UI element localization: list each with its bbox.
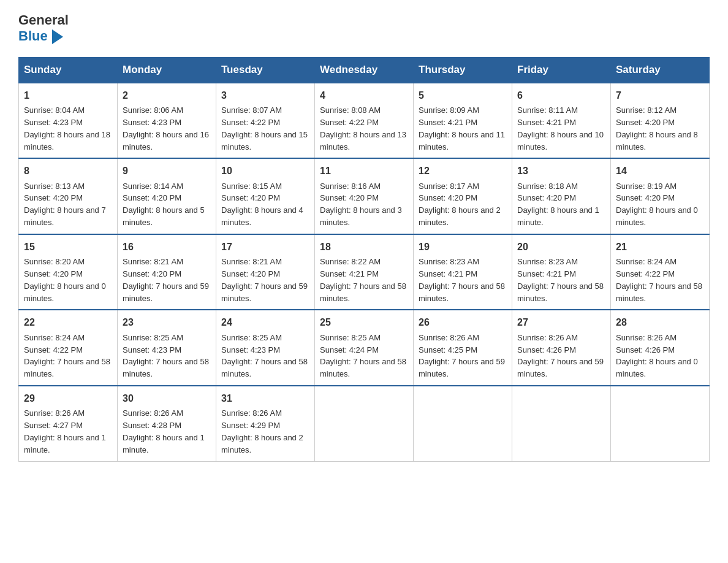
day-number: 21 <box>616 240 704 254</box>
page-header: General Blue <box>18 12 710 45</box>
logo-blue-text: Blue <box>18 28 69 44</box>
day-number: 25 <box>320 315 408 329</box>
day-number: 24 <box>221 315 309 329</box>
day-daylight: Daylight: 8 hours and 10 minutes. <box>517 130 604 151</box>
day-sunset: Sunset: 4:22 PM <box>320 118 379 127</box>
day-daylight: Daylight: 8 hours and 15 minutes. <box>221 130 308 151</box>
day-sunrise: Sunrise: 8:19 AM <box>616 182 677 191</box>
day-daylight: Daylight: 7 hours and 59 minutes. <box>517 357 604 378</box>
day-sunset: Sunset: 4:21 PM <box>517 118 576 127</box>
day-daylight: Daylight: 7 hours and 58 minutes. <box>419 282 505 303</box>
week-row-5: 29 Sunrise: 8:26 AM Sunset: 4:27 PM Dayl… <box>19 386 710 461</box>
day-cell: 22 Sunrise: 8:24 AM Sunset: 4:22 PM Dayl… <box>19 310 118 386</box>
day-daylight: Daylight: 8 hours and 0 minutes. <box>616 357 698 378</box>
day-number: 30 <box>123 391 211 405</box>
logo: General Blue <box>18 12 69 45</box>
day-sunrise: Sunrise: 8:09 AM <box>419 105 479 115</box>
day-cell: 5 Sunrise: 8:09 AM Sunset: 4:21 PM Dayli… <box>414 83 512 159</box>
day-daylight: Daylight: 8 hours and 18 minutes. <box>24 130 110 151</box>
day-sunrise: Sunrise: 8:21 AM <box>123 257 183 266</box>
day-sunset: Sunset: 4:20 PM <box>616 118 675 127</box>
day-cell: 15 Sunrise: 8:20 AM Sunset: 4:20 PM Dayl… <box>19 234 118 310</box>
day-cell: 19 Sunrise: 8:23 AM Sunset: 4:21 PM Dayl… <box>414 234 512 310</box>
day-cell: 6 Sunrise: 8:11 AM Sunset: 4:21 PM Dayli… <box>512 83 611 159</box>
day-cell: 31 Sunrise: 8:26 AM Sunset: 4:29 PM Dayl… <box>216 386 315 461</box>
day-cell <box>512 386 611 461</box>
day-number: 22 <box>24 315 112 329</box>
col-header-saturday: Saturday <box>611 57 710 83</box>
day-cell: 12 Sunrise: 8:17 AM Sunset: 4:20 PM Dayl… <box>414 158 512 234</box>
day-sunset: Sunset: 4:20 PM <box>221 269 280 278</box>
day-sunrise: Sunrise: 8:23 AM <box>419 257 479 266</box>
day-number: 5 <box>419 88 507 102</box>
day-number: 12 <box>419 164 507 178</box>
day-sunset: Sunset: 4:25 PM <box>419 345 477 354</box>
day-daylight: Daylight: 7 hours and 58 minutes. <box>123 357 209 378</box>
day-cell: 20 Sunrise: 8:23 AM Sunset: 4:21 PM Dayl… <box>512 234 611 310</box>
day-cell: 11 Sunrise: 8:16 AM Sunset: 4:20 PM Dayl… <box>315 158 414 234</box>
day-daylight: Daylight: 8 hours and 1 minute. <box>517 205 599 227</box>
day-sunrise: Sunrise: 8:26 AM <box>123 408 183 418</box>
day-sunrise: Sunrise: 8:12 AM <box>616 105 677 115</box>
day-daylight: Daylight: 7 hours and 58 minutes. <box>616 282 702 303</box>
day-cell <box>611 386 710 461</box>
day-sunset: Sunset: 4:28 PM <box>123 421 181 430</box>
day-number: 10 <box>221 164 309 178</box>
day-daylight: Daylight: 8 hours and 4 minutes. <box>221 205 303 227</box>
day-sunset: Sunset: 4:20 PM <box>221 193 280 202</box>
day-daylight: Daylight: 8 hours and 3 minutes. <box>320 205 402 227</box>
day-sunset: Sunset: 4:21 PM <box>419 269 477 278</box>
day-sunset: Sunset: 4:24 PM <box>320 345 379 354</box>
day-sunrise: Sunrise: 8:26 AM <box>221 408 282 418</box>
day-sunrise: Sunrise: 8:25 AM <box>221 333 282 342</box>
col-header-thursday: Thursday <box>414 57 512 83</box>
day-sunset: Sunset: 4:23 PM <box>123 345 181 354</box>
day-number: 18 <box>320 240 408 254</box>
day-daylight: Daylight: 8 hours and 0 minutes. <box>616 205 698 227</box>
day-sunrise: Sunrise: 8:08 AM <box>320 105 381 115</box>
week-row-2: 8 Sunrise: 8:13 AM Sunset: 4:20 PM Dayli… <box>19 158 710 234</box>
day-sunrise: Sunrise: 8:25 AM <box>123 333 183 342</box>
day-daylight: Daylight: 7 hours and 58 minutes. <box>517 282 604 303</box>
day-number: 31 <box>221 391 309 405</box>
day-cell: 23 Sunrise: 8:25 AM Sunset: 4:23 PM Dayl… <box>118 310 216 386</box>
day-sunrise: Sunrise: 8:24 AM <box>616 257 677 266</box>
day-cell: 26 Sunrise: 8:26 AM Sunset: 4:25 PM Dayl… <box>414 310 512 386</box>
day-sunrise: Sunrise: 8:18 AM <box>517 182 578 191</box>
day-daylight: Daylight: 8 hours and 2 minutes. <box>419 205 501 227</box>
day-number: 8 <box>24 164 112 178</box>
calendar-header-row: SundayMondayTuesdayWednesdayThursdayFrid… <box>19 57 710 83</box>
day-daylight: Daylight: 8 hours and 1 minute. <box>24 433 106 454</box>
day-cell: 27 Sunrise: 8:26 AM Sunset: 4:26 PM Dayl… <box>512 310 611 386</box>
day-number: 6 <box>517 88 605 102</box>
day-cell: 30 Sunrise: 8:26 AM Sunset: 4:28 PM Dayl… <box>118 386 216 461</box>
day-number: 28 <box>616 315 704 329</box>
day-cell: 4 Sunrise: 8:08 AM Sunset: 4:22 PM Dayli… <box>315 83 414 159</box>
day-sunrise: Sunrise: 8:26 AM <box>616 333 677 342</box>
day-sunset: Sunset: 4:23 PM <box>24 118 83 127</box>
day-sunrise: Sunrise: 8:11 AM <box>517 105 578 115</box>
day-daylight: Daylight: 8 hours and 0 minutes. <box>24 282 106 303</box>
day-sunset: Sunset: 4:20 PM <box>517 193 576 202</box>
day-sunrise: Sunrise: 8:13 AM <box>24 182 85 191</box>
day-number: 2 <box>123 88 211 102</box>
day-sunrise: Sunrise: 8:20 AM <box>24 257 85 266</box>
logo-general-text: General <box>18 12 69 28</box>
day-sunset: Sunset: 4:20 PM <box>419 193 477 202</box>
day-sunrise: Sunrise: 8:21 AM <box>221 257 282 266</box>
day-cell: 8 Sunrise: 8:13 AM Sunset: 4:20 PM Dayli… <box>19 158 118 234</box>
day-daylight: Daylight: 7 hours and 58 minutes. <box>320 282 406 303</box>
week-row-3: 15 Sunrise: 8:20 AM Sunset: 4:20 PM Dayl… <box>19 234 710 310</box>
day-number: 19 <box>419 240 507 254</box>
day-sunrise: Sunrise: 8:26 AM <box>24 408 85 418</box>
day-sunset: Sunset: 4:26 PM <box>616 345 675 354</box>
day-sunset: Sunset: 4:20 PM <box>123 269 181 278</box>
col-header-monday: Monday <box>118 57 216 83</box>
day-number: 13 <box>517 164 605 178</box>
day-sunset: Sunset: 4:22 PM <box>24 345 83 354</box>
day-sunrise: Sunrise: 8:24 AM <box>24 333 85 342</box>
day-sunset: Sunset: 4:21 PM <box>419 118 477 127</box>
day-daylight: Daylight: 8 hours and 8 minutes. <box>616 130 698 151</box>
day-number: 29 <box>24 391 112 405</box>
day-daylight: Daylight: 8 hours and 16 minutes. <box>123 130 209 151</box>
